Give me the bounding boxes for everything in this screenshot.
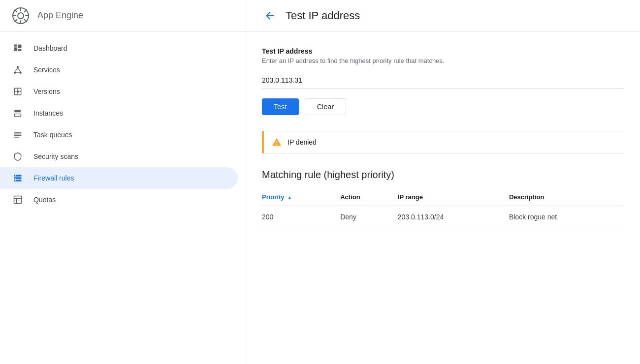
sidebar-item-quotas-label: Quotas <box>33 196 56 204</box>
firewall-rules-icon <box>12 172 24 184</box>
svg-rect-40 <box>14 196 22 204</box>
svg-point-21 <box>17 91 19 93</box>
col-description: Description <box>509 188 624 206</box>
dashboard-icon <box>12 42 24 54</box>
sidebar-item-dashboard-label: Dashboard <box>33 44 67 52</box>
sidebar-nav: Dashboard Services <box>0 31 246 364</box>
action-buttons: Test Clear <box>262 98 624 115</box>
table-row: 200 Deny 203.0.113.0/24 Block rogue net <box>262 206 624 228</box>
test-ip-section-title: Test IP address <box>262 47 624 55</box>
sidebar-item-task-queues[interactable]: Task queues <box>0 124 238 146</box>
main-body: Test IP address Enter an IP address to f… <box>246 31 640 364</box>
main-content: Test IP address Test IP address Enter an… <box>246 0 640 364</box>
col-ip-range: IP range <box>398 188 509 206</box>
sidebar-item-versions[interactable]: Versions <box>0 81 238 102</box>
matching-rule-title: Matching rule (highest priority) <box>262 169 624 181</box>
sidebar: App Engine Dashboard <box>0 0 246 364</box>
svg-line-6 <box>15 10 17 12</box>
rule-table: Priority ▲ Action IP range Description 2… <box>262 188 624 228</box>
ip-denied-banner: IP denied <box>262 131 624 153</box>
app-engine-icon <box>12 7 30 25</box>
svg-rect-37 <box>15 175 16 176</box>
test-button[interactable]: Test <box>262 98 299 115</box>
svg-point-28 <box>20 111 21 112</box>
services-icon <box>12 64 24 76</box>
sidebar-app-title: App Engine <box>37 10 83 21</box>
svg-rect-11 <box>18 45 22 49</box>
col-priority[interactable]: Priority ▲ <box>262 188 340 206</box>
sidebar-item-services[interactable]: Services <box>0 59 238 81</box>
svg-point-29 <box>20 115 21 116</box>
clear-button[interactable]: Clear <box>305 98 347 115</box>
test-ip-section: Test IP address Enter an IP address to f… <box>262 47 624 115</box>
main-header: Test IP address <box>246 0 640 31</box>
col-action: Action <box>340 188 398 206</box>
cell-description: Block rogue net <box>509 206 624 228</box>
svg-rect-12 <box>14 47 18 51</box>
page-title: Test IP address <box>286 9 360 22</box>
security-scans-icon <box>12 151 24 162</box>
sort-arrow-icon: ▲ <box>287 195 292 200</box>
svg-rect-13 <box>18 49 22 51</box>
ip-denied-text: IP denied <box>288 138 317 146</box>
instances-icon <box>12 107 24 119</box>
back-button[interactable] <box>262 8 278 24</box>
sidebar-item-quotas[interactable]: Quotas <box>0 189 238 211</box>
matching-rule-section: Matching rule (highest priority) Priorit… <box>262 169 624 228</box>
svg-line-18 <box>18 68 21 72</box>
sidebar-item-task-queues-label: Task queues <box>33 131 72 139</box>
sidebar-item-security-scans-label: Security scans <box>33 152 78 160</box>
sidebar-item-instances[interactable]: Instances <box>0 102 238 124</box>
sidebar-item-dashboard[interactable]: Dashboard <box>0 37 238 59</box>
test-ip-section-desc: Enter an IP address to find the highest … <box>262 57 624 64</box>
svg-line-8 <box>25 10 27 12</box>
cell-priority: 200 <box>262 206 340 228</box>
sidebar-item-firewall-rules-label: Firewall rules <box>33 174 74 182</box>
svg-rect-39 <box>15 180 16 181</box>
svg-rect-38 <box>15 178 16 179</box>
svg-point-14 <box>17 66 19 68</box>
quotas-icon <box>12 194 24 206</box>
versions-icon <box>12 86 24 97</box>
svg-line-7 <box>25 19 27 21</box>
task-queues-icon <box>12 129 24 141</box>
svg-line-9 <box>15 19 17 21</box>
warning-icon <box>272 137 282 147</box>
svg-point-1 <box>18 13 24 19</box>
sidebar-item-instances-label: Instances <box>33 109 63 117</box>
svg-line-17 <box>15 68 18 72</box>
cell-ip-range: 203.0.113.0/24 <box>398 206 509 228</box>
sidebar-item-versions-label: Versions <box>33 88 60 95</box>
sidebar-header: App Engine <box>0 0 246 31</box>
cell-action: Deny <box>340 206 398 228</box>
sidebar-item-services-label: Services <box>33 66 60 74</box>
sidebar-item-firewall-rules[interactable]: Firewall rules <box>0 167 238 189</box>
svg-rect-10 <box>14 45 18 47</box>
sidebar-item-security-scans[interactable]: Security scans <box>0 146 238 167</box>
ip-address-input[interactable] <box>262 72 624 89</box>
